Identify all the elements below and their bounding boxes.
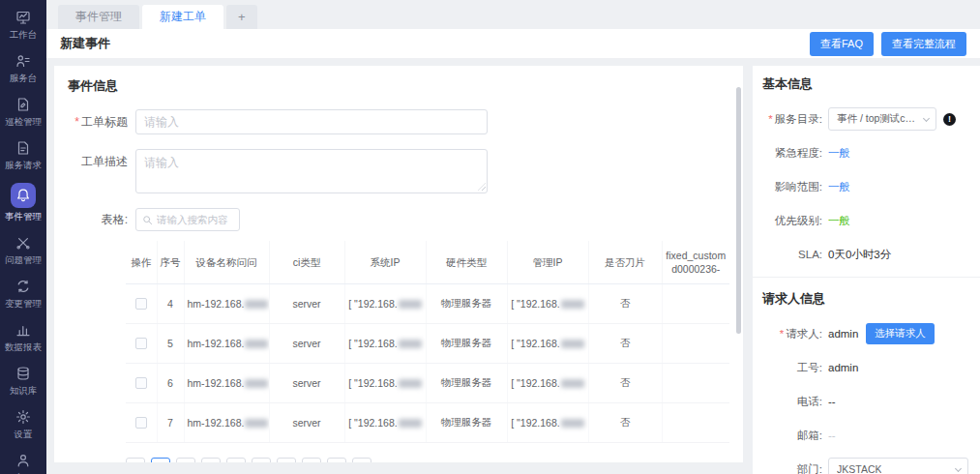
column-header: 操作 (126, 241, 157, 283)
table-cell (662, 402, 729, 442)
view-faq-button[interactable]: 查看FAQ (810, 32, 874, 56)
table-cell (662, 363, 729, 402)
select-requester-button[interactable]: 选择请求人 (866, 323, 935, 344)
table-cell: 4 (157, 283, 184, 323)
table-cell: 否 (588, 323, 662, 363)
page-button-5[interactable]: 5 (252, 458, 271, 463)
sidebar-item-problem[interactable]: 问题管理 (0, 229, 46, 273)
sidebar-item-label: 数据报表 (5, 341, 42, 354)
service-catalog-label: *服务目录: (762, 112, 828, 127)
ticket-title-input[interactable] (135, 109, 488, 134)
impact-row: 影响范围: 一般 (762, 175, 968, 198)
page-button-6[interactable]: 6 (277, 458, 296, 463)
basic-info-panel: 基本信息 *服务目录: 事件 / top测试cmdp联动固定资... ! 紧急程… (753, 66, 980, 474)
report-chart-icon (15, 321, 32, 339)
sidebar-item-knowledge[interactable]: 知识库 (0, 360, 46, 403)
table-cell: server (269, 402, 344, 442)
chevron-down-icon (955, 465, 962, 472)
table-cell: hm-192.168. (184, 363, 269, 402)
sla-label: SLA: (762, 249, 828, 260)
prev-page-button[interactable]: ‹ (126, 458, 145, 463)
sidebar-item-user-mgmt[interactable]: 用户管理 (0, 447, 46, 474)
pagination: ‹123456...29› (126, 458, 729, 463)
ticket-desc-wrapper (135, 149, 488, 193)
priority-value[interactable]: 一般 (828, 214, 850, 228)
scrollbar-thumb[interactable] (736, 87, 741, 334)
urgency-label: 紧急程度: (762, 146, 828, 161)
column-header: ci类型 (269, 241, 344, 283)
redacted-blur (399, 300, 422, 309)
sidebar-item-incident[interactable]: 事件管理 (0, 178, 46, 229)
row-checkbox[interactable] (135, 377, 147, 389)
page-button-2[interactable]: 2 (176, 458, 195, 463)
dashboard-icon (15, 9, 32, 26)
table-cell (126, 402, 157, 442)
sidebar-item-change[interactable]: 变更管理 (0, 273, 46, 316)
required-asterisk: * (768, 113, 772, 125)
page-button-29[interactable]: 29 (327, 458, 346, 463)
event-info-section-title: 事件信息 (68, 77, 729, 95)
email-row: 邮箱: -- (762, 424, 968, 447)
sidebar-item-label: 设置 (15, 429, 33, 441)
page-ellipsis[interactable]: ... (302, 458, 321, 463)
tab-add[interactable]: + (226, 5, 257, 29)
phone-value: -- (828, 396, 836, 407)
tab-incident-management[interactable]: 事件管理 (58, 5, 139, 29)
tab-bar: 事件管理新建工单+ (46, 0, 980, 29)
redacted-blur (399, 419, 422, 428)
info-icon[interactable]: ! (943, 113, 956, 126)
table-row: 5hm-192.168.server[ "192.168.物理服务器[ "192… (126, 323, 729, 363)
table-cell: 6 (157, 363, 184, 402)
sidebar-item-inspection[interactable]: 巡检管理 (0, 91, 46, 134)
problem-tools-icon (15, 234, 32, 252)
page-title: 新建事件 (60, 35, 110, 52)
requester-value: admin (828, 328, 858, 340)
next-page-button[interactable]: › (352, 458, 371, 463)
table-cell: 5 (157, 323, 184, 363)
content-area: 事件信息 *工单标题 工单描述 表格: (46, 58, 980, 474)
sidebar-item-report[interactable]: 数据报表 (0, 316, 46, 360)
row-checkbox[interactable] (135, 417, 147, 429)
sidebar-item-service-request[interactable]: 服务请求 (0, 134, 46, 178)
impact-value[interactable]: 一般 (828, 180, 850, 194)
table-cell: 物理服务器 (426, 283, 507, 323)
service-catalog-select[interactable]: 事件 / top测试cmdp联动固定资... (828, 107, 936, 131)
email-value: -- (828, 430, 836, 441)
urgency-value[interactable]: 一般 (828, 146, 850, 161)
ticket-desc-textarea[interactable] (135, 149, 488, 193)
redacted-blur (245, 340, 268, 348)
table-cell (662, 283, 729, 323)
view-full-flow-button[interactable]: 查看完整流程 (881, 32, 966, 56)
page-button-3[interactable]: 3 (201, 458, 221, 463)
table-cell: [ "192.168. (344, 283, 426, 323)
sidebar-item-settings[interactable]: 设置 (0, 403, 46, 447)
email-label: 邮箱: (762, 429, 828, 443)
redacted-blur (245, 419, 268, 428)
sidebar-item-service-desk[interactable]: 服务台 (0, 47, 46, 91)
requester-label: *请求人: (762, 327, 828, 341)
required-asterisk: * (74, 115, 79, 129)
redacted-blur (561, 379, 584, 388)
page-button-1[interactable]: 1 (151, 458, 170, 463)
service-desk-icon (15, 52, 32, 70)
department-select[interactable]: JKSTACK (828, 458, 968, 474)
table-search-input[interactable] (157, 214, 233, 225)
impact-label: 影响范围: (762, 180, 828, 194)
change-sync-icon (15, 278, 32, 295)
knowledge-db-icon (15, 365, 32, 382)
column-header: 是否刀片 (588, 241, 662, 283)
row-checkbox[interactable] (135, 298, 147, 310)
page-button-4[interactable]: 4 (226, 458, 246, 463)
table-cell: 否 (588, 402, 662, 442)
redacted-blur (399, 379, 422, 388)
sidebar-item-workbench[interactable]: 工作台 (0, 4, 46, 47)
tab-new-ticket[interactable]: 新建工单 (142, 5, 223, 29)
column-header: 硬件类型 (426, 241, 507, 283)
inspection-icon (15, 96, 32, 113)
priority-row: 优先级别: 一般 (762, 209, 968, 232)
priority-label: 优先级别: (762, 214, 828, 228)
column-header: 序号 (157, 241, 184, 283)
redacted-blur (561, 340, 584, 348)
row-checkbox[interactable] (135, 338, 147, 349)
sidebar-item-label: 服务台 (10, 73, 38, 85)
